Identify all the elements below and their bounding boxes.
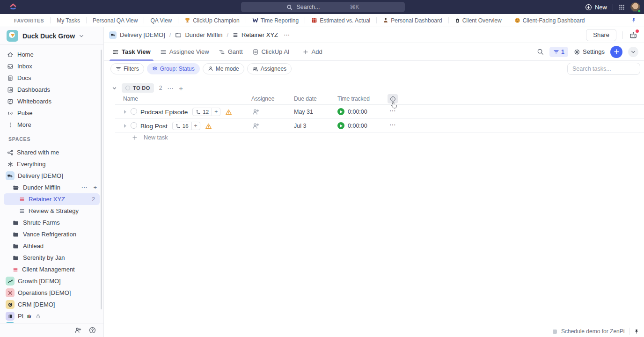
user-avatar[interactable] [630, 2, 640, 12]
sidebar-item-delivery-space[interactable]: Delivery [DEMO] [0, 170, 103, 182]
global-search[interactable]: Search... ⌘K [241, 2, 405, 12]
filters-button[interactable]: Filters [110, 63, 144, 74]
tab-clickup-ai[interactable]: ClickUp AI [248, 43, 294, 61]
sidebar-scrollbar[interactable] [101, 50, 102, 309]
new-task-button[interactable]: New task [115, 134, 168, 141]
expand-caret-icon[interactable] [124, 124, 126, 128]
group-add-task-icon[interactable]: + [179, 84, 183, 92]
invite-user-icon[interactable] [74, 327, 81, 334]
tab-assignee-view[interactable]: Assignee View [155, 43, 214, 61]
sidebar-item-client-management[interactable]: Client Management [0, 264, 103, 275]
task-status-circle[interactable] [131, 122, 137, 129]
start-timer-icon[interactable] [337, 108, 344, 115]
clickup-logo-icon[interactable] [9, 3, 17, 11]
search-icon[interactable] [537, 48, 544, 55]
add-subtask-button[interactable]: + [191, 122, 200, 130]
subtask-badge[interactable]: 12 + [192, 108, 220, 116]
add-task-button[interactable] [610, 46, 622, 58]
due-date[interactable]: Jul 3 [294, 123, 306, 129]
assign-user-icon[interactable] [252, 108, 259, 116]
assign-user-icon[interactable] [252, 122, 259, 130]
breadcrumb-dunder-mifflin[interactable]: Dunder Mifflin [175, 31, 222, 38]
breadcrumb-more-icon[interactable]: ⋯ [284, 31, 290, 38]
sidebar-item-more[interactable]: More [0, 119, 103, 131]
status-pill-todo[interactable]: TO DO [122, 83, 154, 93]
favorite-personal-dashboard[interactable]: Personal Dashboard [383, 17, 442, 24]
sidebar-item-dunder-mifflin[interactable]: Dunder Mifflin ⋯ + [0, 182, 103, 193]
collapse-toolbar-button[interactable] [628, 47, 638, 57]
folder-add-icon[interactable]: + [93, 184, 97, 191]
sidebar-item-docs[interactable]: Docs [0, 72, 103, 84]
favorite-clickup-champion[interactable]: ClickUp Champion [184, 17, 239, 24]
automation-robot-icon[interactable] [629, 31, 637, 39]
task-name[interactable]: Blog Post [140, 123, 168, 130]
active-filter-count[interactable]: 1 [549, 47, 568, 57]
sidebar-item-pulse[interactable]: Pulse [0, 107, 103, 119]
group-collapse-icon[interactable] [112, 86, 117, 90]
tab-gantt[interactable]: Gantt [214, 43, 248, 61]
due-date[interactable]: May 31 [294, 109, 313, 115]
pin-icon[interactable] [634, 329, 639, 335]
favorites-pin-icon[interactable] [631, 17, 637, 23]
task-status-circle[interactable] [131, 108, 137, 115]
assignees-button[interactable]: Assignees [247, 63, 292, 74]
help-icon[interactable] [89, 327, 96, 334]
sidebar-item-vance-refrigeration[interactable]: Vance Refrigeration [0, 228, 103, 240]
share-button[interactable]: Share [586, 29, 616, 41]
task-row-podcast-episode[interactable]: Podcast Episode 12 + May 31 0:00:00 [115, 105, 644, 119]
column-time-tracked[interactable]: Time tracked [337, 95, 370, 102]
sidebar-item-growth-space[interactable]: Growth [DEMO] [0, 275, 103, 287]
workspace-switcher[interactable]: Duck Duck Grow [0, 27, 103, 45]
breadcrumb-delivery[interactable]: Delivery [DEMO] [109, 31, 165, 39]
favorite-my-tasks[interactable]: My Tasks [57, 17, 80, 24]
new-button[interactable]: New [585, 4, 607, 11]
time-tracked[interactable]: 0:00:00 [337, 122, 367, 129]
sidebar-item-retainer-xyz[interactable]: Retainer XYZ 2 [4, 193, 100, 205]
task-name[interactable]: Podcast Episode [140, 109, 188, 116]
sidebar-item-operations-space[interactable]: Operations [DEMO] [0, 287, 103, 299]
breadcrumb-retainer-xyz[interactable]: Retainer XYZ [233, 31, 278, 38]
column-name[interactable]: Name [123, 95, 138, 102]
sidebar-item-review-strategy[interactable]: Review & Strategy [0, 205, 103, 217]
favorite-client-facing-dashboard[interactable]: Client-Facing Dashboard [514, 17, 585, 24]
add-subtask-button[interactable]: + [212, 108, 220, 116]
task-search-input[interactable] [567, 63, 640, 75]
column-assignee[interactable]: Assignee [251, 95, 274, 102]
expand-caret-icon[interactable] [124, 110, 126, 114]
start-timer-icon[interactable] [337, 122, 344, 129]
sidebar-item-serenity-by-jan[interactable]: Serenity by Jan [0, 252, 103, 264]
favorite-estimated-vs-actual[interactable]: Estimated vs. Actual [311, 17, 370, 24]
client-overview-icon [455, 17, 460, 23]
me-mode-button[interactable]: Me mode [203, 63, 244, 74]
favorite-qa-view[interactable]: QA View [150, 17, 172, 24]
tab-add-view[interactable]: Add [298, 43, 327, 61]
sidebar-item-whiteboards[interactable]: Whiteboards [0, 95, 103, 107]
sidebar-item-everything[interactable]: Everything [0, 158, 103, 170]
sidebar-item-crm-space[interactable]: CRM [DEMO] [0, 299, 103, 310]
folder-more-icon[interactable]: ⋯ [81, 184, 88, 191]
group-more-icon[interactable]: ⋯ [167, 84, 174, 92]
row-menu-icon[interactable]: ⋯ [389, 107, 396, 114]
sidebar-item-inbox[interactable]: Inbox [0, 60, 103, 72]
row-menu-icon[interactable]: ⋯ [389, 121, 396, 128]
sidebar-item-shared-with-me[interactable]: Shared with me [0, 147, 103, 158]
sidebar-item-athlead[interactable]: Athlead [0, 240, 103, 252]
warning-triangle-icon[interactable] [225, 109, 232, 116]
favorite-client-overview[interactable]: Client Overview [455, 17, 502, 24]
subtask-badge[interactable]: 16 + [172, 122, 200, 130]
sidebar-item-pl-space[interactable]: PL [0, 310, 103, 322]
settings-button[interactable]: Settings [574, 48, 605, 55]
group-by-button[interactable]: Group: Status [147, 63, 200, 74]
column-due-date[interactable]: Due date [294, 95, 317, 102]
schedule-demo-link[interactable]: Schedule demo for ZenPilot [561, 328, 625, 335]
favorite-time-reporting[interactable]: Time Reporting [252, 17, 299, 24]
app-grid-icon[interactable] [619, 4, 625, 10]
warning-triangle-icon[interactable] [205, 123, 212, 130]
sidebar-item-shrute-farms[interactable]: Shrute Farms [0, 217, 103, 228]
task-row-blog-post[interactable]: Blog Post 16 + Jul 3 0:00:00 [115, 119, 644, 133]
time-tracked[interactable]: 0:00:00 [337, 108, 367, 115]
sidebar-item-home[interactable]: Home [0, 49, 103, 60]
sidebar-item-dashboards[interactable]: Dashboards [0, 84, 103, 95]
favorite-personal-qa-view[interactable]: Personal QA View [93, 17, 138, 24]
tab-task-view[interactable]: Task View [108, 43, 155, 61]
